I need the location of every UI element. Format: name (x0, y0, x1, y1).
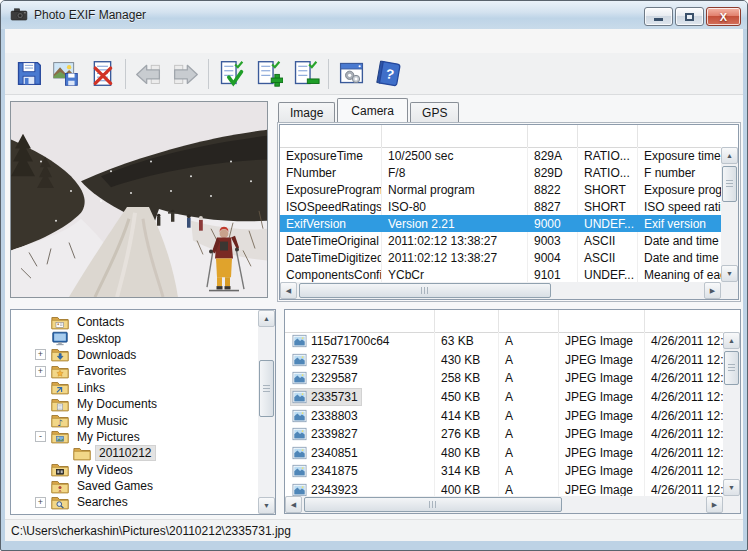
menu-item-help[interactable] (81, 38, 103, 44)
options-window-button[interactable] (333, 56, 370, 92)
file-vertical-scrollbar[interactable] (723, 332, 740, 496)
scroll-up-icon[interactable] (723, 332, 740, 349)
menu-item-exif-tag[interactable] (37, 38, 59, 44)
file-hscroll-thumb[interactable] (304, 497, 562, 512)
file-size-cell: 480 KB (435, 444, 499, 463)
tree-expander-icon[interactable] (35, 317, 46, 328)
exif-row[interactable]: ExposureProgram Normal program 8822 SHOR… (280, 181, 721, 198)
tree-item-my-videos[interactable]: My Videos (11, 462, 258, 478)
help-book-button[interactable] (370, 56, 407, 92)
scroll-down-icon[interactable] (721, 265, 738, 282)
next-image-button[interactable] (167, 56, 204, 92)
tree-expander-icon[interactable]: + (35, 497, 46, 508)
tree-item-saved-games[interactable]: Saved Games (11, 478, 258, 494)
exif-row[interactable]: FNumber F/8 829D RATIO... F number (280, 164, 721, 181)
file-row[interactable]: 2327539 430 KB A JPEG Image 4/26/2011 12… (285, 351, 723, 370)
file-column-header[interactable] (499, 310, 559, 332)
file-row[interactable]: 2340851 480 KB A JPEG Image 4/26/2011 12… (285, 444, 723, 463)
tab-image[interactable]: Image (278, 102, 335, 122)
scroll-right-icon[interactable] (704, 282, 721, 299)
tree-item-my-documents[interactable]: My Documents (11, 396, 258, 412)
scroll-down-icon[interactable] (258, 497, 275, 514)
menu-item-options[interactable] (59, 38, 81, 44)
exif-row[interactable]: ComponentsConfig... YCbCr 9101 UNDEF... … (280, 266, 721, 282)
menu-item-file[interactable] (15, 38, 37, 44)
apply-exif-button[interactable] (213, 56, 250, 92)
delete-exif-list-button[interactable] (84, 56, 121, 92)
previous-image-button[interactable] (130, 56, 167, 92)
tab-gps[interactable]: GPS (410, 102, 459, 122)
save-button[interactable] (10, 56, 47, 92)
tree-item-my-pictures[interactable]: - My Pictures (11, 429, 258, 445)
exif-column-header[interactable] (280, 125, 382, 147)
exif-row[interactable]: DateTimeDigitized 2011:02:12 13:38:27 90… (280, 249, 721, 266)
tree-item-my-music[interactable]: My Music (11, 412, 258, 428)
exif-row[interactable]: ISOSpeedRatings ISO-80 8827 SHORT ISO sp… (280, 198, 721, 215)
minimize-button[interactable] (644, 7, 673, 26)
file-name-cell: 2340851 (285, 444, 435, 463)
file-size-cell: 450 KB (435, 388, 499, 407)
scroll-down-icon[interactable] (723, 479, 740, 496)
file-row[interactable]: 2338803 414 KB A JPEG Image 4/26/2011 12… (285, 406, 723, 425)
tree-expander-icon[interactable] (35, 415, 46, 426)
file-column-header[interactable] (285, 310, 435, 332)
tree-item-20110212[interactable]: 20110212 (11, 445, 258, 461)
tab-camera[interactable]: Camera (337, 98, 408, 122)
tree-expander-icon[interactable]: + (35, 366, 46, 377)
close-button[interactable] (706, 7, 741, 26)
add-exif-tag-button[interactable] (250, 56, 287, 92)
tree-vertical-scrollbar[interactable] (258, 310, 275, 514)
exif-column-header[interactable] (382, 125, 528, 147)
tree-expander-icon[interactable]: - (35, 431, 46, 442)
exif-tag-cell: 8822 (528, 181, 578, 198)
tree-expander-icon[interactable] (35, 382, 46, 393)
scroll-up-icon[interactable] (258, 310, 275, 327)
exif-column-header[interactable] (578, 125, 638, 147)
file-column-header[interactable] (559, 310, 645, 332)
scroll-right-icon[interactable] (706, 496, 723, 513)
tree-expander-icon[interactable] (35, 481, 46, 492)
file-column-header[interactable] (435, 310, 499, 332)
exif-hscroll-thumb[interactable] (299, 283, 551, 298)
file-row[interactable]: 2343923 400 KB A JPEG Image 4/26/2011 12… (285, 481, 723, 496)
file-created-cell: 4/26/2011 12: (645, 481, 723, 496)
tree-item-contacts[interactable]: Contacts (11, 314, 258, 330)
save-image-button[interactable] (47, 56, 84, 92)
tree-expander-icon[interactable] (35, 333, 46, 344)
file-horizontal-scrollbar[interactable] (285, 496, 723, 513)
tree-expander-icon[interactable]: + (35, 349, 46, 360)
tree-item-links[interactable]: Links (11, 380, 258, 396)
tree-expander-icon[interactable] (35, 464, 46, 475)
exif-column-header[interactable] (528, 125, 578, 147)
exif-row[interactable]: ExifVersion Version 2.21 9000 UNDEF... E… (280, 215, 721, 232)
tree-item-label: My Documents (74, 397, 160, 411)
exif-row[interactable]: ExposureTime 10/2500 sec 829A RATIO... E… (280, 147, 721, 164)
title-bar[interactable]: Photo EXIF Manager (1, 1, 747, 29)
scroll-left-icon[interactable] (285, 496, 302, 513)
tree-expander-icon[interactable] (35, 399, 46, 410)
file-row[interactable]: 2329587 258 KB A JPEG Image 4/26/2011 12… (285, 369, 723, 388)
maximize-button[interactable] (675, 7, 704, 26)
scroll-up-icon[interactable] (721, 147, 738, 164)
file-row[interactable]: 2341875 314 KB A JPEG Image 4/26/2011 12… (285, 462, 723, 481)
scroll-left-icon[interactable] (280, 282, 297, 299)
remove-exif-tag-button[interactable] (287, 56, 324, 92)
exif-vscroll-thumb[interactable] (722, 166, 737, 202)
tree-item-downloads[interactable]: + Downloads (11, 347, 258, 363)
exif-column-header[interactable] (638, 125, 738, 147)
tree-item-desktop[interactable]: Desktop (11, 330, 258, 346)
tree-item-favorites[interactable]: + Favorites (11, 363, 258, 379)
file-vscroll-thumb[interactable] (724, 351, 739, 385)
exif-row[interactable]: DateTimeOriginal 2011:02:12 13:38:27 900… (280, 232, 721, 249)
exif-vertical-scrollbar[interactable] (721, 147, 738, 282)
file-column-header[interactable] (645, 310, 740, 332)
file-name-box: 2339827 (291, 426, 361, 442)
file-row[interactable]: 2335731 450 KB A JPEG Image 4/26/2011 12… (285, 388, 723, 407)
file-row[interactable]: 115d71700c64 63 KB A JPEG Image 4/26/201… (285, 332, 723, 351)
file-size-cell: 430 KB (435, 351, 499, 370)
file-row[interactable]: 2339827 276 KB A JPEG Image 4/26/2011 12… (285, 425, 723, 444)
tree-vscroll-thumb[interactable] (259, 360, 274, 417)
tree-expander-icon[interactable] (57, 448, 68, 459)
tree-item-searches[interactable]: + Searches (11, 494, 258, 510)
exif-horizontal-scrollbar[interactable] (280, 282, 721, 299)
